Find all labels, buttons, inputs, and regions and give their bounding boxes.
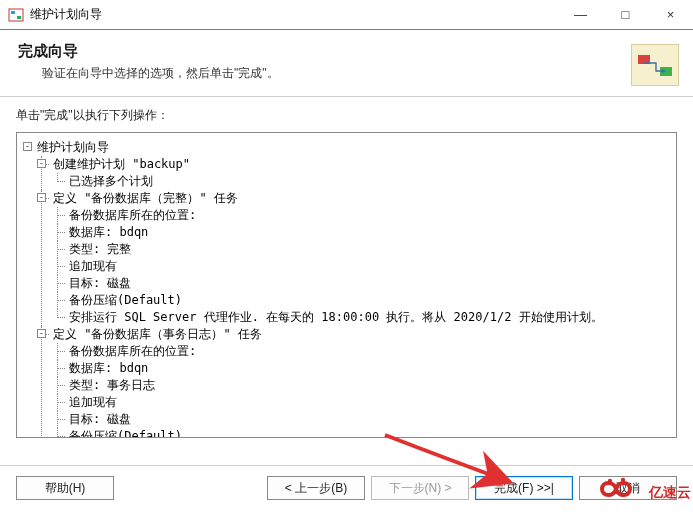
app-icon xyxy=(8,7,24,23)
tree-node: 创建维护计划 "backup" xyxy=(53,157,190,171)
page-subtitle: 验证在向导中选择的选项，然后单击"完成"。 xyxy=(42,65,675,82)
tree-leaf: 备份数据库所在的位置: xyxy=(69,208,196,222)
tree-node: 定义 "备份数据库（事务日志）" 任务 xyxy=(53,327,262,341)
back-button[interactable]: < 上一步(B) xyxy=(267,476,365,500)
svg-marker-3 xyxy=(662,69,666,73)
tree-leaf: 备份压缩(Default) xyxy=(69,293,182,307)
tree-leaf: 备份数据库所在的位置: xyxy=(69,344,196,358)
close-button[interactable]: × xyxy=(648,0,693,29)
tree-leaf: 目标: 磁盘 xyxy=(69,412,131,426)
button-bar: 帮助(H) < 上一步(B) 下一步(N) > 完成(F) >>| 取消 xyxy=(0,465,693,514)
tree-toggle[interactable]: - xyxy=(23,142,32,151)
cancel-button[interactable]: 取消 xyxy=(579,476,677,500)
svg-rect-0 xyxy=(9,9,23,21)
wizard-header: 完成向导 验证在向导中选择的选项，然后单击"完成"。 xyxy=(0,30,693,97)
tree-leaf: 数据库: bdqn xyxy=(69,361,148,375)
window-title: 维护计划向导 xyxy=(30,6,558,23)
next-button: 下一步(N) > xyxy=(371,476,469,500)
tree-node: 定义 "备份数据库（完整）" 任务 xyxy=(53,191,238,205)
tree-leaf: 追加现有 xyxy=(69,259,117,273)
tree-leaf: 备份压缩(Default) xyxy=(69,429,182,438)
tree-leaf: 追加现有 xyxy=(69,395,117,409)
wizard-banner-icon xyxy=(631,44,679,86)
instruction-label: 单击"完成"以执行下列操作： xyxy=(16,107,677,124)
tree-leaf: 目标: 磁盘 xyxy=(69,276,131,290)
svg-rect-1 xyxy=(11,11,15,14)
tree-toggle[interactable]: - xyxy=(37,193,46,202)
tree-root: 维护计划向导 xyxy=(37,140,109,154)
help-button[interactable]: 帮助(H) xyxy=(16,476,114,500)
content-area: 单击"完成"以执行下列操作： - 维护计划向导 - 创建维护计划 "backup… xyxy=(0,97,693,438)
tree-leaf: 类型: 完整 xyxy=(69,242,131,256)
tree-toggle[interactable]: - xyxy=(37,159,46,168)
tree-leaf: 安排运行 SQL Server 代理作业. 在每天的 18:00:00 执行。将… xyxy=(69,310,603,324)
summary-tree[interactable]: - 维护计划向导 - 创建维护计划 "backup" 已选择多个计划 - 定义 … xyxy=(16,132,677,438)
finish-button[interactable]: 完成(F) >>| xyxy=(475,476,573,500)
tree-leaf: 已选择多个计划 xyxy=(69,174,153,188)
window-controls: — □ × xyxy=(558,0,693,29)
svg-rect-2 xyxy=(17,16,21,19)
tree-leaf: 数据库: bdqn xyxy=(69,225,148,239)
titlebar: 维护计划向导 — □ × xyxy=(0,0,693,30)
maximize-button[interactable]: □ xyxy=(603,0,648,29)
minimize-button[interactable]: — xyxy=(558,0,603,29)
page-title: 完成向导 xyxy=(18,42,675,61)
tree-leaf: 类型: 事务日志 xyxy=(69,378,155,392)
tree-toggle[interactable]: - xyxy=(37,329,46,338)
